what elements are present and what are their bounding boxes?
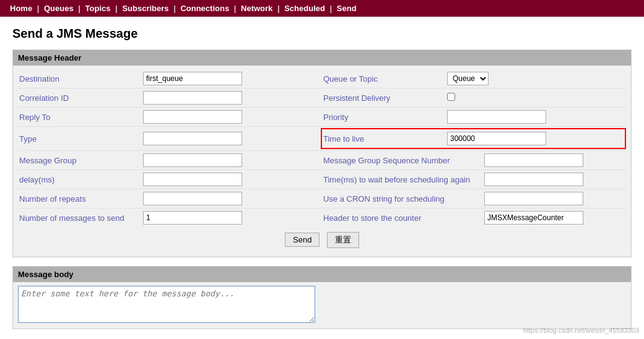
nav-separator: | [35,4,41,13]
nav-separator: | [113,4,120,13]
row-repeats: Number of repeats Use a CRON string for … [18,189,626,208]
page-title: Send a JMS Message [12,27,632,41]
persistent-delivery-label: Persistent Delivery [323,93,447,103]
time-to-live-input[interactable] [447,132,546,145]
number-of-repeats-label: Number of repeats [19,194,143,204]
nav-separator: | [76,4,83,13]
msg-group-seq-label: Message Group Sequence Number [323,156,484,165]
cron-string-label: Use a CRON string for scheduling [323,194,484,204]
nav-item-scheduled[interactable]: Scheduled [284,4,325,13]
header-store-counter-label: Header to store the counter [323,213,484,223]
message-header-label: Message Header [13,50,631,66]
message-body-label: Message body [13,267,631,282]
top-navigation: Home | Queues | Topics | Subscribers | C… [0,0,644,17]
time-ms-wait-input[interactable] [484,173,583,186]
nav-links: Home | Queues | Topics | Subscribers | C… [9,4,358,13]
form-buttons: Send 重置 [18,227,626,253]
delay-ms-label: delay(ms) [19,175,143,184]
priority-input[interactable] [447,110,546,124]
message-header-section: Message Header Destination Queue or Topi… [12,49,632,257]
nav-item-queues[interactable]: Queues [44,4,74,13]
nav-item-send[interactable]: Send [337,4,357,13]
row-reply-to: Reply To Priority [18,107,626,126]
number-of-repeats-input[interactable] [143,192,242,205]
type-label: Type [19,134,143,144]
row-num-messages: Number of messages to send Header to sto… [18,208,626,227]
reply-to-input[interactable] [143,110,242,124]
row-type-ttl: Type Time to live [18,126,626,150]
correlation-id-label: Correlation ID [19,93,143,103]
cron-string-input[interactable] [484,192,583,205]
nav-separator: | [172,4,178,13]
reset-button[interactable]: 重置 [327,232,359,248]
row-message-group: Message Group Message Group Sequence Num… [18,150,626,170]
nav-separator: | [275,4,282,13]
delay-ms-input[interactable] [143,173,242,186]
time-ms-wait-label: Time(ms) to wait before scheduling again [323,175,484,184]
nav-separator: | [328,4,334,13]
nav-item-topics[interactable]: Topics [85,4,111,13]
nav-separator: | [232,4,238,13]
message-body-textarea[interactable] [18,286,315,323]
time-to-live-label: Time to live [323,134,447,144]
number-messages-label: Number of messages to send [19,213,143,223]
reply-to-label: Reply To [19,113,143,122]
send-button[interactable]: Send [285,233,320,247]
destination-input[interactable] [143,72,242,85]
correlation-id-input[interactable] [143,91,242,105]
nav-item-connections[interactable]: Connections [180,4,229,13]
priority-label: Priority [323,113,447,122]
msg-group-seq-input[interactable] [484,153,583,167]
watermark: https://blog.csdn.net/weixin_45583303 [523,327,639,334]
destination-label: Destination [19,74,143,84]
message-body-section: Message body [12,266,632,329]
row-correlation: Correlation ID Persistent Delivery [18,88,626,107]
row-delay: delay(ms) Time(ms) to wait before schedu… [18,170,626,189]
persistent-delivery-checkbox[interactable] [447,93,455,101]
message-body-content [13,282,631,328]
message-header-body: Destination Queue or Topic Queue Topic [13,66,631,257]
nav-item-network[interactable]: Network [241,4,272,13]
type-input[interactable] [143,132,242,145]
number-messages-input[interactable] [143,211,242,225]
message-group-input[interactable] [143,153,242,167]
message-group-label: Message Group [19,156,143,165]
queue-or-topic-select[interactable]: Queue Topic [447,72,489,85]
header-store-counter-input[interactable] [484,211,583,225]
row-destination: Destination Queue or Topic Queue Topic [18,69,626,88]
nav-item-subscribers[interactable]: Subscribers [122,4,168,13]
nav-item-home[interactable]: Home [10,4,32,13]
queue-or-topic-label: Queue or Topic [323,74,447,84]
